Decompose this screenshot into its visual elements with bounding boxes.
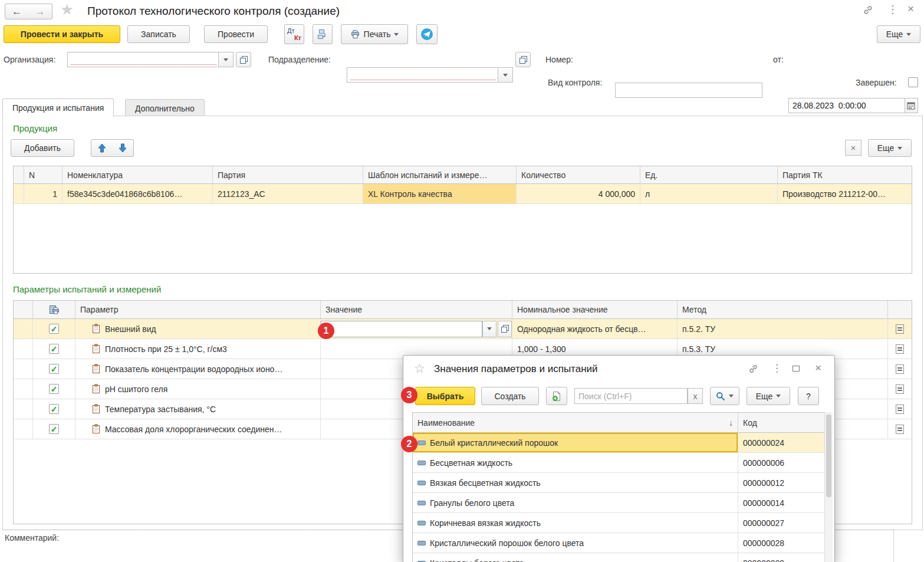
value-editor-field[interactable] [321, 321, 482, 337]
value-name-cell[interactable]: Бесцветная жидкость [413, 453, 738, 472]
organization-open-button[interactable] [236, 52, 251, 67]
cell-n[interactable]: 1 [24, 184, 63, 203]
dialog-create-new-item-button[interactable] [546, 387, 567, 405]
value-code-cell[interactable]: 000000006 [738, 453, 825, 472]
number-field[interactable] [615, 83, 762, 98]
dialog-close-icon[interactable]: × [815, 361, 821, 374]
col-name[interactable]: Наименование ↓ [413, 413, 738, 432]
value-dropdown-button[interactable] [482, 321, 496, 337]
dialog-kebab-menu-icon[interactable]: ⋮ [772, 362, 782, 374]
dialog-search-clear-button[interactable]: x [688, 388, 703, 404]
form-more-button[interactable]: Еще [877, 25, 920, 43]
value-open-button[interactable] [498, 321, 512, 337]
dialog-search-input[interactable] [578, 392, 683, 401]
value-code-cell[interactable]: 000000024 [738, 433, 825, 452]
dialog-help-button[interactable]: ? [798, 387, 819, 405]
dialog-scrollbar[interactable] [824, 412, 833, 562]
completed-checkbox[interactable] [908, 77, 918, 87]
save-button[interactable]: Записать [127, 25, 190, 43]
col-parameter[interactable]: Параметр [75, 301, 321, 318]
parameter-checkbox[interactable]: ✓ [49, 424, 59, 434]
col-method[interactable]: Метод [678, 301, 888, 318]
value-name-cell[interactable]: Гранулы белого цвета [413, 493, 738, 512]
print-button[interactable]: Печать [341, 24, 408, 44]
row-details-icon[interactable] [896, 384, 904, 394]
dialog-row-7-partial[interactable]: Кристаллы белого цвета 000000029 [413, 553, 825, 562]
parameter-name[interactable]: Температура застывания, °С [105, 405, 216, 414]
dialog-create-button[interactable]: Создать [481, 387, 539, 405]
row-details-icon[interactable] [896, 364, 904, 374]
parameter-checkbox[interactable]: ✓ [49, 384, 59, 394]
products-more-button[interactable]: Еще [868, 139, 912, 157]
dialog-search-field[interactable] [574, 388, 688, 404]
value-code-cell[interactable]: 000000014 [738, 493, 825, 512]
products-row-1[interactable]: 1 f58e345c3de041868c6b8106… 2112123_AC X… [14, 184, 912, 204]
parameter-checkbox[interactable]: ✓ [49, 404, 59, 414]
date-input[interactable] [793, 101, 905, 110]
post-button[interactable]: Провести [204, 25, 268, 43]
get-link-icon[interactable] [862, 5, 874, 17]
parameter-name[interactable]: pH сшитого геля [105, 384, 167, 394]
dialog-scrollbar-thumb[interactable] [826, 415, 831, 497]
value-code-cell[interactable]: 000000027 [738, 513, 825, 533]
parameter-checkbox[interactable]: ✓ [49, 364, 59, 374]
parameter-checkbox[interactable]: ✓ [49, 344, 59, 354]
row-details-icon[interactable] [896, 405, 904, 414]
row-details-icon[interactable] [896, 324, 904, 334]
nominal-value[interactable]: Однородная жидкость от бесцв… [512, 319, 678, 338]
col-template[interactable]: Шаблон испытаний и измере… [363, 166, 517, 183]
col-batch-tk[interactable]: Партия ТК [778, 166, 912, 183]
dialog-row-4[interactable]: Гранулы белого цвета 000000014 [413, 493, 825, 513]
row-details-icon[interactable] [896, 344, 904, 354]
value-code-cell[interactable]: 000000012 [738, 473, 825, 492]
move-row-down-button[interactable] [112, 139, 134, 157]
dialog-maximize-icon[interactable] [793, 366, 800, 372]
dialog-row-6[interactable]: Кристаллический порошок белого цвета 000… [413, 533, 825, 553]
tab-additional[interactable]: Дополнительно [125, 99, 205, 117]
department-dropdown-button[interactable] [498, 68, 512, 82]
favorite-star-icon[interactable]: ★ [60, 1, 74, 19]
method-value[interactable]: п.5.2. ТУ [678, 319, 888, 338]
kebab-menu-icon[interactable]: ⋮ [887, 3, 898, 16]
parameter-row-1[interactable]: ✓ Внешний вид [14, 319, 912, 339]
post-and-close-button[interactable]: Провести и закрыть [4, 25, 120, 43]
row-details-icon[interactable] [896, 425, 904, 434]
col-value[interactable]: Значение [321, 301, 512, 318]
value-code-cell[interactable]: 000000028 [738, 533, 825, 553]
window-close-icon[interactable]: × [907, 2, 914, 15]
date-field[interactable] [788, 98, 918, 113]
parameter-name[interactable]: Массовая доля хлорорганических соединен… [105, 425, 282, 434]
col-code[interactable]: Код [738, 413, 825, 432]
organization-dropdown-button[interactable] [218, 52, 233, 67]
value-name-cell[interactable]: Вязкая бесцветная жидкость [413, 473, 738, 492]
parameter-name[interactable]: Показатель концентрации водородных ионо… [105, 364, 282, 374]
dialog-row-1[interactable]: Белый кристаллический порошок 000000024 [413, 433, 825, 453]
col-nomenclature[interactable]: Номенклатура [63, 166, 213, 183]
cell-nomenclature[interactable]: f58e345c3de041868c6b8106… [63, 184, 213, 203]
back-button[interactable]: ← [5, 4, 29, 19]
dialog-select-button[interactable]: Выбрать [415, 387, 475, 405]
col-include-print[interactable] [33, 301, 75, 318]
value-name-cell[interactable]: Коричневая вязкая жидкость [413, 513, 738, 533]
dialog-advanced-search-button[interactable] [710, 387, 739, 405]
cell-batch-tk[interactable]: Производство 211212-00… [778, 184, 912, 203]
col-batch[interactable]: Партия [213, 166, 363, 183]
cell-batch[interactable]: 2112123_AC [213, 184, 363, 203]
products-search-clear-button[interactable]: × [845, 140, 861, 156]
forward-button[interactable]: → [28, 4, 52, 19]
document-structure-button[interactable] [313, 24, 333, 44]
dialog-favorite-star-icon[interactable]: ☆ [414, 361, 425, 376]
value-code-cell[interactable]: 000000029 [738, 553, 825, 562]
value-name-cell[interactable]: Белый кристаллический порошок [413, 433, 738, 452]
parameter-name[interactable]: Внешний вид [105, 324, 156, 334]
col-n[interactable]: N [24, 166, 63, 183]
add-row-button[interactable]: Добавить [11, 139, 74, 157]
value-name-cell[interactable]: Кристаллический порошок белого цвета [413, 533, 738, 553]
telegram-share-button[interactable] [416, 24, 438, 44]
cell-template-selected[interactable]: XL Контроль качества [363, 184, 517, 203]
calendar-button[interactable] [905, 98, 918, 113]
dr-cr-register-button[interactable]: Дт Кт [284, 24, 304, 44]
col-nominal[interactable]: Номинальное значение [512, 301, 678, 318]
cell-unit[interactable]: л [640, 184, 778, 203]
move-row-up-button[interactable] [91, 139, 113, 157]
